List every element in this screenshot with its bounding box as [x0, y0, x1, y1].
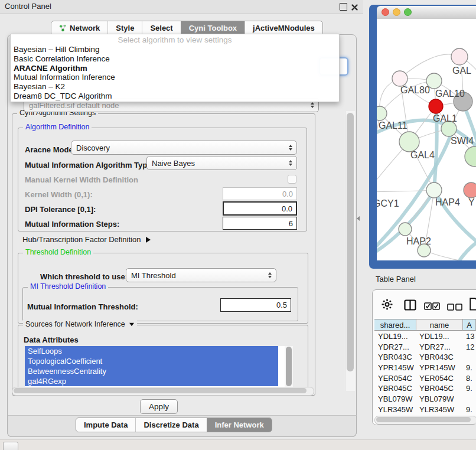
tab-impute-data[interactable]: Impute Data	[76, 418, 135, 432]
mi-algorithm-type-combobox[interactable]: Naive Bayes	[146, 156, 297, 170]
network-node[interactable]	[465, 146, 476, 167]
network-node[interactable]	[429, 99, 443, 113]
attribute-list-item[interactable]: SelfLoops	[25, 346, 278, 356]
select-all-icon[interactable]	[424, 302, 440, 312]
tab-cyni-toolbox[interactable]: Cyni Toolbox	[181, 21, 244, 35]
mi-algorithm-type-label: Mutual Information Algorithm Type:	[25, 161, 154, 169]
deselect-all-icon[interactable]	[447, 302, 463, 313]
mi-algorithm-type-value: Naive Bayes	[152, 159, 286, 168]
algorithm-menu-item[interactable]: Bayesian – K2	[11, 82, 339, 92]
node-label: GAL80	[400, 85, 430, 95]
table-cell: YDL19...	[378, 331, 415, 342]
columns-icon[interactable]	[404, 299, 416, 313]
tab-jactivemnodules[interactable]: jActiveMNodules	[244, 21, 322, 35]
which-threshold-combobox[interactable]: MI Threshold	[126, 268, 276, 282]
table-row[interactable]: YLR345WYLR345W9.	[374, 405, 476, 415]
tab-infer-network[interactable]: Infer Network	[207, 418, 272, 432]
table-row[interactable]: YPR145WYPR145W9.	[374, 363, 476, 373]
gear-icon[interactable]	[382, 299, 393, 312]
network-window-titlebar[interactable]	[377, 6, 476, 19]
algorithm-menu-item[interactable]: Basic Correlation Inference	[11, 54, 339, 64]
function-builder-icon[interactable]	[470, 298, 476, 313]
network-node[interactable]	[451, 48, 468, 65]
node-label: HAP2	[406, 236, 431, 246]
status-strip	[0, 439, 476, 450]
zoom-traffic-light-icon[interactable]	[404, 8, 412, 16]
control-panel-title: Control Panel	[5, 2, 51, 11]
network-edge	[459, 239, 476, 260]
table-panel-title: Table Panel	[376, 275, 416, 283]
node-label: SWI4	[451, 136, 474, 146]
network-view-canvas[interactable]: GALGAL80GAL10GAL1GAL11SWI4GAL4GCY1HAP4YH…	[377, 19, 476, 260]
table-cell: YPR145W	[419, 363, 461, 373]
algorithm-definition-legend: Algorithm Definition	[23, 123, 92, 131]
algorithm-menu-item[interactable]: ARACNE Algorithm	[11, 64, 339, 73]
dpi-tolerance-field[interactable]: 0.0	[223, 201, 297, 216]
tab-label: Impute Data	[84, 420, 128, 429]
network-node[interactable]	[464, 182, 476, 198]
table-cell: YBR045C	[419, 383, 461, 394]
mi-steps-field[interactable]: 6	[223, 217, 297, 230]
panel-grip-button[interactable]	[3, 442, 18, 450]
algorithm-menu-item[interactable]: Bayesian – Hill Climbing	[11, 45, 339, 54]
table-row[interactable]: YBR043CYBR043C	[374, 352, 476, 363]
minimize-traffic-light-icon[interactable]	[393, 8, 400, 16]
kernel-width-field[interactable]: 0.0	[223, 187, 297, 200]
settings-vscrollbar[interactable]	[345, 111, 355, 391]
network-node[interactable]	[377, 106, 387, 120]
table-column-header[interactable]: A	[463, 319, 476, 331]
hub-definition-label: Hub/Transcription Factor Definition	[22, 235, 141, 244]
close-traffic-light-icon[interactable]	[382, 8, 389, 16]
table-row[interactable]: YDR27...YDR27...12	[374, 342, 476, 353]
table-cell: YPR145W	[378, 363, 415, 373]
combo-stepper-icon	[308, 102, 317, 108]
sources-legend[interactable]: Sources for Network Inference	[23, 320, 137, 328]
table-cell: 8.	[466, 373, 476, 384]
network-node[interactable]	[426, 182, 442, 198]
table-hscrollbar[interactable]	[374, 416, 476, 425]
node-label: GAL11	[379, 120, 407, 131]
tab-discretize-data[interactable]: Discretize Data	[135, 418, 206, 432]
hub-definition-expander[interactable]: Hub/Transcription Factor Definition	[22, 235, 151, 244]
settings-hscrollbar[interactable]	[12, 387, 314, 396]
network-node[interactable]	[399, 223, 412, 236]
table-cell: YBR043C	[378, 352, 415, 363]
node-label: Y	[468, 197, 475, 207]
algorithm-menu-item[interactable]: Dream8 DC_TDC Algorithm	[11, 92, 339, 101]
attribute-list-item[interactable]: BetweennessCentrality	[25, 366, 278, 376]
algorithm-menu-item[interactable]: Mutual Information Inference	[11, 73, 339, 82]
attribute-list-item[interactable]: gal4RGexp	[25, 376, 278, 386]
table-row[interactable]: YDL19...YDL19...13	[374, 331, 476, 342]
table-column-header[interactable]: name	[416, 319, 463, 331]
close-icon[interactable]	[351, 2, 358, 13]
table-cell: YDL19...	[419, 331, 461, 342]
table-row[interactable]: YBL079WYBL079W	[374, 394, 476, 405]
attributes-scrollbar[interactable]	[285, 346, 293, 387]
table-cell: 12	[466, 342, 476, 353]
network-node[interactable]	[392, 71, 407, 86]
apply-button[interactable]: Apply	[140, 399, 178, 414]
attribute-list-item[interactable]: TopologicalCoefficient	[25, 356, 278, 366]
which-threshold-value: MI Threshold	[131, 271, 265, 280]
panel-collapse-icon[interactable]	[357, 216, 360, 221]
tab-select[interactable]: Select	[142, 21, 180, 35]
algorithm-placeholder: Select algorithm to view settings	[11, 34, 339, 45]
combo-stepper-icon	[265, 272, 275, 278]
table-cell: YER054C	[419, 373, 461, 384]
float-window-icon[interactable]	[340, 3, 347, 11]
table-column-header[interactable]: shared...	[374, 319, 416, 331]
manual-kernel-width-checkbox[interactable]	[288, 175, 296, 184]
node-label: GAL	[452, 66, 471, 76]
table-row[interactable]: YBR045CYBR045C9.	[374, 383, 476, 394]
mi-threshold-field[interactable]: 0.5	[220, 298, 291, 312]
table-cell: YBL079W	[419, 394, 461, 405]
tab-style[interactable]: Style	[107, 21, 142, 35]
data-attributes-list[interactable]: SelfLoopsTopologicalCoefficientBetweenne…	[25, 346, 293, 387]
aracne-mode-combobox[interactable]: Discovery	[71, 141, 297, 155]
table-cell: YBR045C	[378, 383, 415, 394]
collapse-down-icon	[129, 322, 134, 326]
table-row[interactable]: YER054CYER054C8.	[374, 373, 476, 384]
table-cell: 9.	[466, 383, 476, 394]
tab-network[interactable]: Network	[51, 21, 107, 35]
network-node[interactable]	[399, 132, 419, 152]
